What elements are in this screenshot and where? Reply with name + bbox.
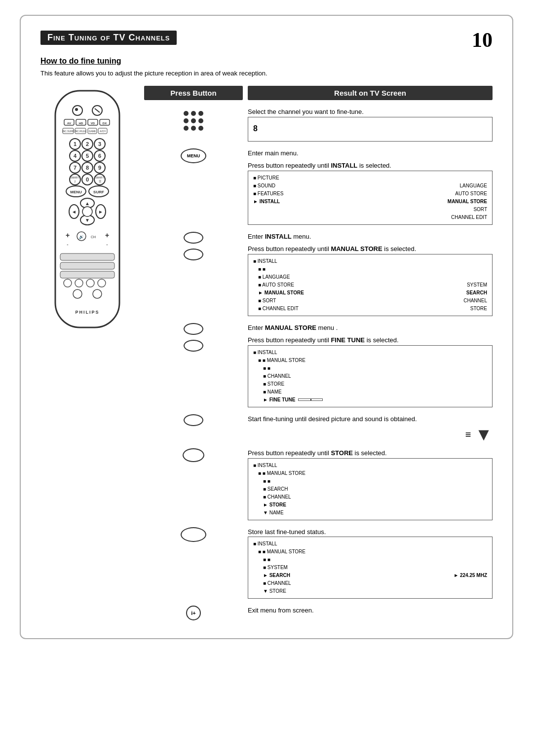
main-layout: AV HD VD DX INC.SURF INC.RULE GAME A/CH bbox=[40, 86, 493, 623]
svg-point-2 bbox=[75, 108, 78, 111]
step-5-press bbox=[144, 411, 243, 427]
step-6-screen: ■ INSTALL ■ ■ MANUAL STORE ■ ■ ■ SEARCH … bbox=[248, 458, 493, 520]
step-2-text2: Press button repeatedly until INSTALL is… bbox=[248, 158, 493, 171]
svg-text:🔊: 🔊 bbox=[79, 234, 84, 239]
svg-text:4: 4 bbox=[74, 153, 77, 159]
svg-text:2: 2 bbox=[86, 141, 89, 147]
info-button[interactable]: i+ bbox=[186, 606, 201, 620]
nav-button-1[interactable] bbox=[184, 249, 203, 260]
step-1-content: Select the channel you want to fine-tune… bbox=[248, 104, 493, 144]
number-buttons-icon bbox=[179, 106, 208, 136]
step-2-press: MENU bbox=[144, 145, 243, 164]
svg-text:0: 0 bbox=[86, 177, 89, 182]
step-1-text: Select the channel you want to fine-tune… bbox=[248, 104, 493, 117]
svg-point-83 bbox=[184, 126, 189, 131]
ok-button-1[interactable] bbox=[184, 232, 203, 244]
svg-text:+: + bbox=[66, 231, 70, 239]
svg-text:AV: AV bbox=[67, 122, 71, 125]
step-4-text2: Press button repeatedly until FINE TUNE … bbox=[248, 332, 493, 345]
step-8: i+ Exit menu from screen. bbox=[144, 603, 493, 621]
step-4-content: Enter MANUAL STORE menu . Press button r… bbox=[248, 320, 493, 409]
result-header: Result on TV Screen bbox=[248, 86, 493, 100]
store-button[interactable] bbox=[181, 527, 206, 542]
step-6: Press button repeatedly until STORE is s… bbox=[144, 445, 493, 522]
svg-point-77 bbox=[184, 111, 189, 116]
step-2-screen: ■ PICTURE ■ SOUNDLANGUAGE ■ FEATURESAUTO… bbox=[248, 171, 493, 225]
svg-text:+: + bbox=[105, 231, 109, 239]
svg-text:▲: ▲ bbox=[85, 201, 90, 206]
step-4: Enter MANUAL STORE menu . Press button r… bbox=[144, 320, 493, 409]
svg-text:▼: ▼ bbox=[85, 217, 90, 223]
svg-text:A/CH: A/CH bbox=[100, 130, 106, 133]
svg-text:6: 6 bbox=[98, 153, 101, 159]
svg-point-82 bbox=[198, 118, 203, 123]
svg-point-81 bbox=[191, 118, 196, 123]
ok-button-2[interactable] bbox=[184, 323, 203, 335]
svg-point-78 bbox=[191, 111, 196, 116]
svg-text:INC.SURF: INC.SURF bbox=[62, 130, 74, 133]
svg-text:☰: ☰ bbox=[99, 180, 101, 183]
step-2-text: Enter main menu. bbox=[248, 145, 493, 158]
step-3-screen: ■ INSTALL ■ ■ ■ LANGUAGE ■ AUTO STORESYS… bbox=[248, 254, 493, 316]
step-5-content: Start fine-tuning until desired picture … bbox=[248, 411, 493, 444]
svg-text:SMART: SMART bbox=[71, 176, 79, 179]
nav-button-2[interactable] bbox=[184, 340, 203, 352]
svg-text:◄: ◄ bbox=[72, 209, 76, 215]
svg-text:MENU: MENU bbox=[70, 190, 82, 194]
svg-point-79 bbox=[198, 111, 203, 116]
remote-control: AV HD VD DX INC.SURF INC.RULE GAME A/CH bbox=[45, 86, 129, 344]
svg-point-59 bbox=[82, 207, 92, 216]
step-3-content: Enter INSTALL menu. Press button repeate… bbox=[248, 229, 493, 318]
step-4-press bbox=[144, 320, 243, 353]
step-1-screen: 8 bbox=[248, 117, 493, 142]
svg-text:INC.RULE: INC.RULE bbox=[75, 130, 86, 133]
intro-text: This feature allows you to adjust the pi… bbox=[40, 70, 493, 77]
svg-rect-68 bbox=[60, 262, 114, 269]
page-title: Fine Tuning of TV Channels bbox=[40, 31, 177, 45]
step-3-press bbox=[144, 229, 243, 261]
step-6-press bbox=[144, 445, 243, 463]
svg-text:5: 5 bbox=[86, 153, 89, 159]
steps-col: Press Button Result on TV Screen bbox=[144, 86, 493, 623]
step-2: MENU Enter main menu. Press button repea… bbox=[144, 145, 493, 227]
step-1-press bbox=[144, 104, 243, 136]
col-headers: Press Button Result on TV Screen bbox=[144, 86, 493, 100]
svg-text:3: 3 bbox=[98, 141, 101, 147]
svg-rect-69 bbox=[60, 271, 114, 278]
arrow-down-area: ≡ ▼ bbox=[248, 426, 493, 443]
svg-text:1: 1 bbox=[74, 141, 76, 147]
svg-text:PHILIPS: PHILIPS bbox=[75, 310, 99, 315]
svg-text:-: - bbox=[106, 242, 108, 247]
svg-rect-67 bbox=[60, 253, 114, 260]
svg-text:DX: DX bbox=[103, 122, 107, 125]
step-7-text: Store last fine-tuned status. bbox=[248, 524, 493, 537]
step-7-screen: ■ INSTALL ■ ■ MANUAL STORE ■ ■ ■ SYSTEM … bbox=[248, 537, 493, 599]
svg-point-80 bbox=[184, 118, 189, 123]
nav-button-3[interactable] bbox=[183, 448, 204, 462]
svg-text:HD: HD bbox=[79, 122, 83, 125]
svg-text:2: 2 bbox=[75, 180, 76, 183]
svg-text:GAME: GAME bbox=[89, 130, 96, 133]
svg-text:VD: VD bbox=[91, 122, 95, 125]
svg-text:►: ► bbox=[98, 209, 103, 215]
header-row: Fine Tuning of TV Channels 10 bbox=[40, 31, 493, 52]
step-4-text: Enter MANUAL STORE menu . bbox=[248, 320, 493, 333]
step-3: Enter INSTALL menu. Press button repeate… bbox=[144, 229, 493, 318]
step-1: Select the channel you want to fine-tune… bbox=[144, 104, 493, 144]
page-container: Fine Tuning of TV Channels 10 How to do … bbox=[20, 15, 513, 639]
step-7-content: Store last fine-tuned status. ■ INSTALL … bbox=[248, 524, 493, 601]
step-6-text: Press button repeatedly until STORE is s… bbox=[248, 445, 493, 458]
step-5: Start fine-tuning until desired picture … bbox=[144, 411, 493, 444]
menu-button[interactable]: MENU bbox=[181, 148, 206, 163]
step-3-text2: Press button repeatedly until MANUAL STO… bbox=[248, 241, 493, 254]
svg-text:SURF: SURF bbox=[93, 190, 104, 194]
finetune-button[interactable] bbox=[184, 414, 203, 426]
page-number: 10 bbox=[472, 28, 493, 52]
step-7: Store last fine-tuned status. ■ INSTALL … bbox=[144, 524, 493, 601]
press-button-header: Press Button bbox=[144, 86, 243, 100]
svg-point-85 bbox=[198, 126, 203, 131]
svg-text:CH: CH bbox=[91, 235, 96, 239]
remote-col: AV HD VD DX INC.SURF INC.RULE GAME A/CH bbox=[40, 86, 134, 623]
step-2-content: Enter main menu. Press button repeatedly… bbox=[248, 145, 493, 227]
step-6-content: Press button repeatedly until STORE is s… bbox=[248, 445, 493, 522]
